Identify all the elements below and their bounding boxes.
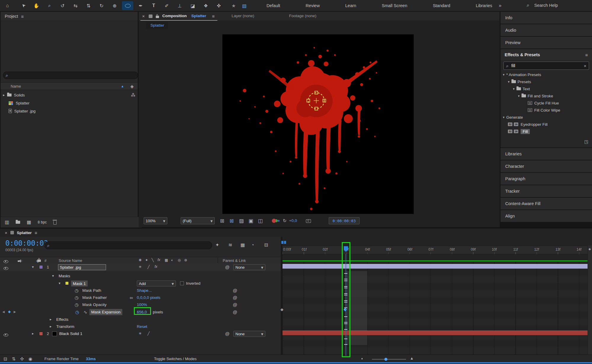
quality-switch[interactable]: ╱ [147, 265, 150, 269]
panel-tracker[interactable]: Tracker [500, 185, 592, 198]
masks-group-row[interactable]: ▾ Masks [0, 273, 281, 280]
composition-tab-name[interactable]: Splatter [191, 14, 206, 18]
panel-content-aware-fill[interactable]: Content-Aware Fill [500, 198, 592, 210]
selection-tool[interactable]: ➤ [16, 0, 31, 13]
twirl-right-icon[interactable]: ▸ [50, 325, 52, 328]
new-composition-icon[interactable]: ▦ [27, 220, 31, 225]
panel-paragraph[interactable]: Paragraph [500, 173, 592, 185]
project-search-box[interactable]: ⌕ [3, 72, 138, 79]
workspace-libraries[interactable]: Libraries [476, 3, 492, 8]
frame-blend-switch-icon[interactable]: ▦ [165, 258, 168, 262]
next-keyframe-icon[interactable]: ▶ [14, 310, 16, 313]
type-tool[interactable]: T [148, 1, 159, 10]
source-name-column-header[interactable]: Source Name [59, 258, 82, 263]
brush-tool[interactable]: ✐ [161, 1, 172, 10]
twirl-down-icon[interactable]: ▾ [32, 265, 34, 269]
workspace-standard[interactable]: Standard [433, 3, 450, 8]
pickwhip-icon[interactable]: @ [225, 331, 230, 336]
tree-cycle-fill-hue[interactable]: Cycle Fill Hue [500, 99, 592, 107]
twirl-icon[interactable]: ▸ [3, 93, 5, 97]
project-item-splatter-comp[interactable]: Splatter [1, 99, 138, 107]
puppet-tool[interactable]: ✜ [213, 1, 224, 10]
timeline-current-time[interactable]: 0:00:00:03 [5, 239, 48, 247]
fx-badge[interactable]: fx [155, 265, 157, 268]
time-ruler[interactable]: 0:00f 01f 02f 03f 04f 05f 06f 07f 08f 09… [283, 246, 588, 255]
pan-camera-tool[interactable]: ⇆ [70, 1, 81, 10]
twirl-down-icon[interactable]: ▾ [59, 281, 60, 285]
project-panel-tab[interactable]: Project ≡ [1, 12, 138, 21]
parent-select[interactable]: None ▾ [233, 264, 265, 270]
layer-label-color[interactable] [39, 332, 43, 336]
snapshot-camera-icon[interactable] [306, 219, 311, 223]
parent-link-column-header[interactable]: Parent & Link [223, 258, 246, 263]
draft-3d-icon[interactable]: ≋ [228, 243, 232, 247]
home-icon[interactable]: ⌂ [2, 1, 13, 10]
composition-tab-label[interactable]: Composition [162, 14, 187, 18]
stopwatch-icon[interactable]: ◷ [75, 288, 78, 293]
region-of-interest-icon[interactable]: ⊞ [220, 218, 224, 223]
view-layout-icon[interactable]: ◫ [258, 218, 263, 223]
eraser-tool[interactable]: ◪ [187, 1, 198, 10]
twirl-right-icon[interactable]: ▸ [50, 318, 52, 321]
pickwhip-icon[interactable]: @ [233, 310, 237, 314]
footage-tab[interactable]: Footage (none) [289, 14, 316, 18]
prev-keyframe-icon[interactable]: ◀ [2, 310, 5, 313]
tree-eyedropper-fill[interactable]: 32 16 Eyedropper Fill [500, 121, 592, 128]
motion-blur-icon[interactable]: ◔ [251, 243, 254, 247]
zoom-tool[interactable]: ⌕ [44, 1, 55, 10]
panel-info[interactable]: Info [500, 12, 592, 24]
property-name-selected[interactable]: Mask Expansion [89, 309, 122, 315]
panel-character[interactable]: Character [500, 160, 592, 173]
pickwhip-icon[interactable]: @ [233, 302, 237, 307]
effects-group-row[interactable]: ▸ Effects [0, 316, 281, 323]
in-out-columns-icon[interactable]: ◉ [28, 357, 32, 361]
mask-1-row[interactable]: ▾ Mask 1 Add ▾ Inverted [0, 280, 281, 287]
pen-tool[interactable]: ✒ [135, 1, 146, 10]
work-area-start-marker[interactable] [281, 241, 283, 244]
resolution-select[interactable]: (Full) ▾ [181, 217, 215, 224]
timeline-tab[interactable]: × Splatter ≡ [0, 228, 123, 237]
current-time-display[interactable]: 0:00:00:03 [329, 217, 360, 224]
twirl-down-icon[interactable]: ▾ [513, 87, 515, 91]
solo-column-icon[interactable]: ○ [20, 258, 22, 263]
timeline-zoom-track[interactable] [372, 359, 406, 360]
effects-search-input[interactable] [511, 63, 582, 68]
toggle-switches-modes-button[interactable]: Toggle Switches / Modes [154, 357, 197, 361]
pickwhip-icon[interactable]: @ [225, 265, 230, 269]
timeline-rows-area[interactable]: ◆ ◆ [283, 262, 588, 355]
mask-path-row[interactable]: ◷ Mask Path Shape... @ [0, 287, 281, 294]
workspace-small-screen[interactable]: Small Screen [382, 3, 407, 8]
panel-menu-icon[interactable]: ≡ [212, 14, 215, 18]
tree-fill-color-wipe[interactable]: Fill Color Wipe [500, 107, 592, 114]
stopwatch-icon[interactable]: ◷ [75, 295, 78, 300]
video-column-icon[interactable] [4, 260, 8, 263]
mask-feather-row[interactable]: ◷ Mask Feather ∞ 0,0,0,0 pixels @ [0, 294, 281, 301]
effects-presets-header[interactable]: Effects & Presets ≡ [500, 49, 592, 60]
collapse-switch-icon[interactable]: ✦ [145, 258, 148, 262]
zoom-out-mountain-icon[interactable]: ▲ [361, 357, 363, 360]
panel-grip-icon[interactable]: ◳ [584, 139, 588, 144]
workspace-review[interactable]: Review [306, 3, 320, 8]
tag-column-icon[interactable]: ◈ [130, 84, 134, 88]
parent-select[interactable]: None ▾ [233, 331, 265, 337]
close-tab-icon[interactable]: × [142, 14, 145, 18]
layer-row-1[interactable]: ▾ 1 Splatter .jpg ✳ ╱ fx @ None ▾ [0, 263, 281, 271]
project-item-solids[interactable]: ▸ Solids ⁂ [1, 91, 138, 99]
zoom-in-mountain-icon[interactable]: ▲ [410, 356, 414, 360]
project-columns-header[interactable]: Name ▲ ◈ [1, 82, 138, 90]
link-chain-icon[interactable]: ∞ [130, 295, 133, 300]
work-area-handle[interactable] [284, 241, 286, 244]
panel-menu-icon[interactable]: ≡ [585, 53, 588, 57]
layer-row-2[interactable]: ▸ 2 Black Solid 1 ✳ ╱ @ None ▾ [0, 330, 281, 338]
mask-preview-icon[interactable]: ▧ [239, 1, 250, 10]
layer1-duration-bar[interactable] [283, 264, 588, 269]
shy-switch-icon[interactable]: ❋ [139, 258, 142, 262]
panel-menu-icon[interactable]: ≡ [21, 14, 24, 19]
layer-label-color[interactable] [39, 265, 43, 269]
timeline-zoom-knob[interactable] [384, 358, 387, 361]
layer-tab[interactable]: Layer (none) [232, 14, 254, 18]
transform-reset-link[interactable]: Reset [137, 324, 147, 329]
layer-name-box[interactable]: Splatter .jpg [58, 264, 106, 270]
roto-brush-tool[interactable]: ❖ [200, 1, 211, 10]
transform-group-row[interactable]: ▸ Transform Reset [0, 323, 281, 330]
